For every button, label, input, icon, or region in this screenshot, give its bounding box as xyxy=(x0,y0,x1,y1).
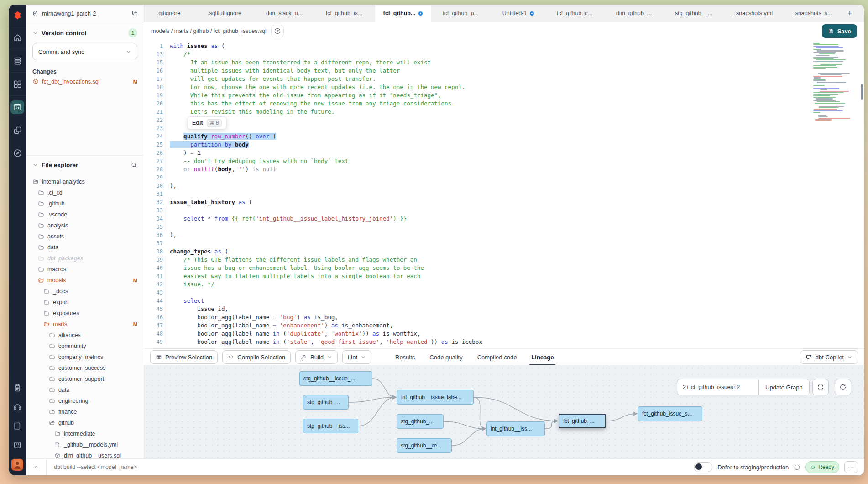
editor-line-18[interactable]: 18 For now, choose the one with more rec… xyxy=(144,83,813,91)
open-docs-button[interactable] xyxy=(271,25,284,37)
tab-fct_github_c...[interactable]: fct_github_c... xyxy=(546,5,603,22)
tree-item-assets[interactable]: assets xyxy=(26,231,144,242)
lineage-node-stg_github__issue_...[interactable]: stg_github__issue_... xyxy=(299,371,372,386)
editor-line-19[interactable]: 19 While this prevents the old issue fro… xyxy=(144,91,813,100)
editor-line-35[interactable]: 35 xyxy=(144,223,813,231)
editor-line-44[interactable]: 44 select xyxy=(144,297,813,305)
tree-item-data[interactable]: data xyxy=(26,384,144,395)
rail-item-home[interactable] xyxy=(9,26,26,49)
editor-line-48[interactable]: 48 boolor_agg(label_name in ('duplicate'… xyxy=(144,330,813,338)
copy-icon[interactable] xyxy=(131,10,138,17)
tree-item-models[interactable]: modelsM xyxy=(26,275,144,286)
lineage-node-stg_github_...[interactable]: stg_github_... xyxy=(397,414,444,429)
compile-selection-button[interactable]: Compile Selection xyxy=(222,350,291,364)
more-options-button[interactable]: ... xyxy=(844,461,858,473)
tree-item-github[interactable]: github xyxy=(26,417,144,428)
lineage-node-int_github__issue_labe...[interactable]: int_github__issue_labe... xyxy=(397,390,474,405)
editor-line-31[interactable]: 31 xyxy=(144,190,813,198)
new-tab-button[interactable]: + xyxy=(842,5,858,22)
editor-line-27[interactable]: 27 -- don't try deduping issues with no … xyxy=(144,157,813,165)
editor-line-17[interactable]: 17 will get updates for events that happ… xyxy=(144,75,813,83)
rail-item-windows[interactable] xyxy=(9,119,26,142)
version-control-header[interactable]: Version control 1 xyxy=(26,22,144,41)
editor-line-40[interactable]: 40 issue has a bug or enhancement label.… xyxy=(144,264,813,272)
info-icon[interactable] xyxy=(794,464,800,471)
user-avatar[interactable] xyxy=(11,458,23,471)
lineage-node-fct_github_...[interactable]: fct_github_... xyxy=(559,414,606,428)
editor-line-43[interactable]: 43 xyxy=(144,289,813,297)
rail-item-clipboard[interactable] xyxy=(9,378,26,397)
rail-item-book[interactable] xyxy=(9,416,26,436)
tree-item-exposures[interactable]: exposures xyxy=(26,308,144,319)
tree-item-.ci_cd[interactable]: .ci_cd xyxy=(26,187,144,198)
results-tab-results[interactable]: Results xyxy=(395,349,415,365)
tree-item-data[interactable]: data xyxy=(26,242,144,253)
editor-line-30[interactable]: 30), xyxy=(144,182,813,190)
tree-item-finance[interactable]: finance xyxy=(26,406,144,417)
changed-file-row[interactable]: fct_dbt_invocations.sql M xyxy=(26,77,144,87)
build-button[interactable]: Build xyxy=(295,350,338,364)
editor-line-49[interactable]: 49 boolor_agg(label_name in ('stale', 'g… xyxy=(144,338,813,346)
editor-line-41[interactable]: 41 easiest way to flatten multiple label… xyxy=(144,272,813,280)
editor-line-25[interactable]: 25 partition by body xyxy=(144,141,813,149)
tree-item-engineering[interactable]: engineering xyxy=(26,395,144,406)
tab-fct_github_p...[interactable]: fct_github_p... xyxy=(431,5,491,22)
tree-item-macros[interactable]: macros xyxy=(26,264,144,275)
file-explorer-header[interactable]: File explorer xyxy=(26,156,144,172)
lineage-node-stg_github__re...[interactable]: stg_github__re... xyxy=(397,438,452,453)
lineage-selector-input[interactable] xyxy=(677,379,758,395)
rail-item-grid[interactable] xyxy=(9,73,26,96)
editor-line-37[interactable]: 37 xyxy=(144,239,813,247)
branch-selector[interactable]: mirnawong1-patch-2 xyxy=(26,5,144,22)
editor-line-28[interactable]: 28 or nullif(body, '') is null xyxy=(144,165,813,174)
editor-line-34[interactable]: 34 select * from {{ ref('int_github__iss… xyxy=(144,215,813,223)
tree-item-company_metrics[interactable]: company_metrics xyxy=(26,352,144,363)
results-tab-lineage[interactable]: Lineage xyxy=(531,349,554,365)
tab-Untitled-1[interactable]: Untitled-1 xyxy=(491,5,546,22)
rail-item-code-window[interactable] xyxy=(9,96,26,119)
results-tab-code-quality[interactable]: Code quality xyxy=(429,349,462,365)
editor-scrollbar-thumb[interactable] xyxy=(861,84,863,100)
rail-item-compass[interactable] xyxy=(9,142,26,164)
editor-line-26[interactable]: 26 ) = 1 xyxy=(144,149,813,157)
tree-item-intermediate[interactable]: intermediate xyxy=(26,428,144,439)
tab-fct_github_is...[interactable]: fct_github_is... xyxy=(313,5,375,22)
editor-line-22[interactable]: 22 xyxy=(144,116,813,124)
tree-item-alliances[interactable]: alliances xyxy=(26,330,144,341)
tree-item-internal-analytics[interactable]: internal-analytics xyxy=(26,176,144,187)
editor-line-33[interactable]: 33 xyxy=(144,206,813,215)
editor-line-29[interactable]: 29 xyxy=(144,174,813,182)
tab-fct_github...[interactable]: fct_github... xyxy=(375,5,431,22)
rail-item-headset[interactable] xyxy=(9,397,26,416)
edit-tooltip[interactable]: Edit ⌘ B xyxy=(187,116,227,129)
ide-status-badge[interactable]: Ready xyxy=(805,461,839,473)
tab-stg_github__...[interactable]: stg_github__... xyxy=(664,5,723,22)
tree-item-customer_support[interactable]: customer_support xyxy=(26,374,144,384)
editor-line-13[interactable]: 13 /* xyxy=(144,50,813,58)
commit-and-sync-dropdown[interactable]: Commit and sync xyxy=(32,43,137,60)
editor-minimap[interactable] xyxy=(813,43,849,121)
tree-item-_docs[interactable]: _docs xyxy=(26,286,144,297)
editor-line-39[interactable]: 39 /* This CTE flattens the different is… xyxy=(144,256,813,264)
editor-line-1[interactable]: 1with issues as ( xyxy=(144,42,813,50)
tree-item-marts[interactable]: martsM xyxy=(26,319,144,330)
editor-line-24[interactable]: 24 qualify row_number() over ( xyxy=(144,132,813,141)
editor-line-45[interactable]: 45 issue_id, xyxy=(144,305,813,313)
tab-_snapshots.yml[interactable]: _snapshots.yml xyxy=(723,5,783,22)
lineage-node-stg_github_...[interactable]: stg_github_... xyxy=(303,395,349,410)
tree-item-dbt_packages[interactable]: dbt_packages xyxy=(26,253,144,264)
fullscreen-button[interactable] xyxy=(812,379,829,395)
tree-item-community[interactable]: community xyxy=(26,341,144,352)
rail-item-keyboard[interactable] xyxy=(9,436,26,455)
tab-dim_slack_u...[interactable]: dim_slack_u... xyxy=(256,5,313,22)
lineage-node-int_github__iss...[interactable]: int_github__iss... xyxy=(486,421,545,436)
tab-.sqlfluffignore[interactable]: .sqlfluffignore xyxy=(193,5,256,22)
editor-line-20[interactable]: 20 this has the effect of removing the n… xyxy=(144,100,813,108)
tree-item-customer_success[interactable]: customer_success xyxy=(26,363,144,374)
results-tab-compiled-code[interactable]: Compiled code xyxy=(477,349,517,365)
editor-line-47[interactable]: 47 boolor_agg(label_name = 'enhancement'… xyxy=(144,321,813,330)
lineage-node-stg_github__iss...[interactable]: stg_github__iss... xyxy=(303,419,358,433)
tab-dim_github_...[interactable]: dim_github_... xyxy=(603,5,664,22)
search-icon[interactable] xyxy=(131,162,137,168)
code-editor[interactable]: Edit ⌘ B 1with issues as (13 /*15 If an … xyxy=(144,40,864,349)
